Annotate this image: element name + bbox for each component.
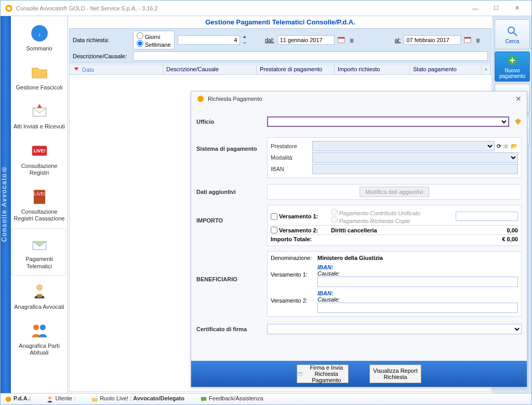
ben-v2-causale-input[interactable] [317,303,518,313]
data-richiesta-label: Data richiesta: [73,37,130,43]
svg-point-19 [197,96,204,102]
radio-settimane[interactable] [137,40,143,47]
folder-open-icon[interactable]: 📂 [511,143,518,150]
col-data[interactable]: Data [70,65,163,74]
maximize-button[interactable]: ☐ [486,2,507,15]
svg-point-11 [36,284,43,291]
dati-aggiuntivi-panel: Modifica dati aggiuntivi [267,184,522,200]
refresh-icon[interactable]: ⟳ [497,143,501,150]
calendar-icon[interactable] [338,36,345,44]
visualizza-report-button[interactable]: Visualizza Report Richiesta [369,364,421,383]
iban-label: IBAN [271,166,312,172]
firma-invia-button[interactable]: Firma e Invia Richiesta Pagamento [297,364,349,383]
status-feedback[interactable]: Feedback/Assistenza [200,395,263,402]
richiesta-pagamento-dialog: Richiesta Pagamento ✕ Ufficio Sistema di… [191,91,527,387]
nav-label: Sommario [26,45,52,52]
lawyer-icon [30,282,49,302]
sort-icon [73,66,80,73]
denominazione-value: Ministero della Giustizia [317,255,383,261]
dal-input[interactable] [277,35,335,45]
spinner-input[interactable] [178,35,240,45]
nav-consultazione-registri[interactable]: LIVE! Consultazione Registri [11,136,68,181]
page-title: Gestione Pagamenti Telematici Consolle/P… [68,16,493,27]
app-icon [5,4,13,12]
svg-rect-12 [37,294,42,297]
versamento2-desc: Diritti cancelleria [331,227,377,233]
window-title: Consolle Avvocato® GOLD - Net Service S.… [16,5,465,11]
modalita-select[interactable] [312,152,518,163]
nav-consultazione-cassazione[interactable]: LIVE! Consultazione Registri Cassazione [11,181,68,227]
status-utente: Utente : [46,395,75,402]
close-button[interactable]: ✕ [507,2,527,15]
spinner-down[interactable]: − [243,40,246,46]
totale-value: € 0,00 [502,236,518,242]
nav-label: Pagamenti Telematici [14,256,64,269]
nav-label: Consultazione Registri Cassazione [12,208,66,222]
opt-copie[interactable]: Pagamento Richiesta Copie [331,216,420,224]
nav-pagamenti-telematici[interactable]: Pagamenti Telematici [12,228,66,275]
dal-label: dal: [265,37,274,43]
versamento1-amount[interactable] [456,212,518,221]
opt-contributo[interactable]: Pagamento Contributo Unificato [331,208,420,216]
calendar-icon[interactable] [464,36,471,44]
plus-icon [506,54,518,67]
versamento2-label: Versamento 2: [279,227,331,233]
col-prestatore[interactable]: Prestatore di pagamento [257,65,335,74]
certificato-select[interactable] [267,324,522,334]
spinner-controls: + − [243,34,246,46]
nav-label: Consultazione Registri [12,163,66,176]
radio-giorni[interactable] [137,32,143,39]
col-stato[interactable]: Stato pagamento [410,65,482,74]
modifica-dati-button: Modifica dati aggiuntivi [360,187,429,197]
svg-rect-32 [201,397,207,400]
ufficio-label: Ufficio [196,119,264,125]
nav-sidebar: i Sommario Gestione Fascicoli Atti Invia… [11,16,68,393]
totale-label: Importo Totale: [271,236,312,242]
pda-icon [5,396,12,403]
left-rail: Consolle Avvocato® [1,16,11,393]
descrizione-input[interactable] [133,51,488,61]
col-importo[interactable]: Importo richiesto [335,65,410,74]
nav-sommario[interactable]: i Sommario [11,18,68,57]
col-config[interactable]: ▫ [482,65,491,74]
trash-icon[interactable] [348,36,355,44]
svg-line-22 [514,33,517,36]
opt-giorni[interactable]: Giorni [137,32,171,40]
nav-anagrafica-parti[interactable]: Anagrafica Parti Abituali [11,316,68,361]
envelope-icon [30,101,49,121]
minimize-button[interactable]: — [465,2,486,15]
dialog-footer: Firma e Invia Richiesta Pagamento Visual… [191,361,527,387]
star-icon[interactable]: ☆ [503,143,509,150]
ben-v1-causale-input[interactable] [317,277,518,287]
chat-icon [200,396,207,403]
svg-point-21 [508,27,514,33]
sign-send-icon [297,368,303,380]
body: Consolle Avvocato® i Sommario Gestione F… [1,16,531,393]
ben-v2-iban-label: IBAN: [317,290,518,296]
beneficiario-label: BENEFICIARIO [196,251,264,282]
app-window: Consolle Avvocato® GOLD - Net Service S.… [0,0,532,405]
nav-anagrafica-avvocati[interactable]: Anagrafica Avvocati [11,277,68,316]
beneficiario-panel: Denominazione: Ministero della Giustizia… [267,251,522,317]
nav-gestione-fascicoli[interactable]: Gestione Fascicoli [11,57,68,96]
status-ruolo: Ruolo Live! : Avvocato/Delegato [91,395,184,402]
cerca-button[interactable]: Cerca [495,19,530,49]
svg-rect-16 [338,37,344,39]
dialog-close-button[interactable]: ✕ [515,95,522,103]
filter-bar: Data richiesta: Giorni Settimane + − dal… [69,28,491,63]
prestatore-select[interactable] [312,141,495,151]
nuovo-pagamento-button[interactable]: Nuovo pagamento [495,51,530,82]
diamond-icon[interactable] [514,118,522,125]
versamento1-checkbox[interactable] [271,213,277,220]
gear-icon [196,95,205,103]
versamento2-checkbox[interactable] [271,227,277,233]
nav-label: Anagrafica Avvocati [14,304,64,310]
opt-settimane[interactable]: Settimane [137,40,171,48]
nav-atti-inviati[interactable]: Atti Inviati e Ricevuti [11,96,68,135]
trash-icon[interactable] [474,36,482,44]
al-input[interactable] [404,35,461,45]
ufficio-select[interactable] [267,116,509,127]
svg-text:LIVE!: LIVE! [33,148,45,153]
col-descrizione[interactable]: Descrizione/Causale [163,65,257,74]
status-pda: P.d.A.: [5,395,31,402]
